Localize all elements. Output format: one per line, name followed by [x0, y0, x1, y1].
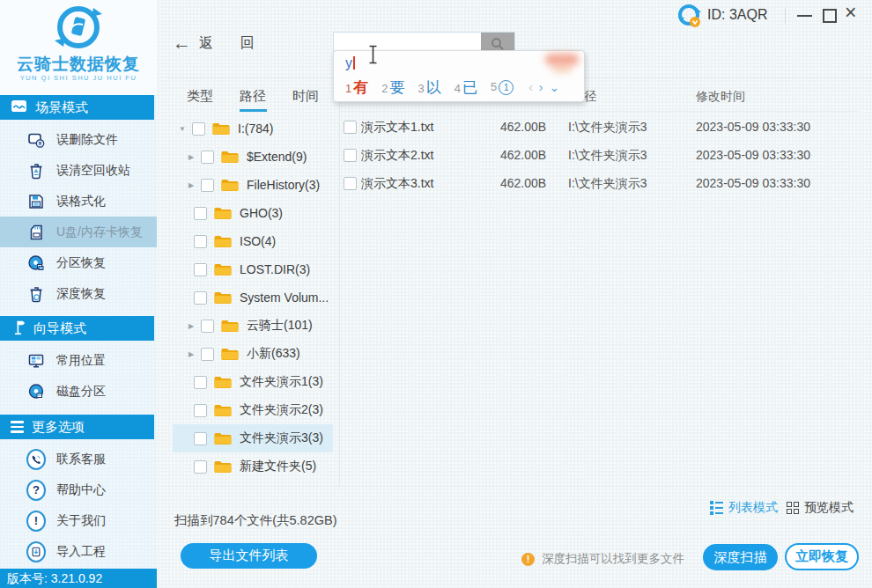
ime-prev-icon[interactable]: ‹: [528, 80, 533, 94]
tree-checkbox[interactable]: [194, 376, 207, 389]
folder-icon: [212, 122, 230, 136]
table-row[interactable]: 演示文本2.txt 462.00B I:\文件夹演示3 2023-05-09 0…: [339, 141, 859, 169]
deep-scan-button[interactable]: 深度扫描: [703, 544, 778, 570]
tree-item[interactable]: ▼ I:(784): [173, 114, 333, 143]
tree-item[interactable]: ▶ 小新(633): [173, 340, 333, 368]
app-title: 云骑士数据恢复: [0, 53, 157, 76]
chevron-right-icon[interactable]: ▶: [187, 350, 196, 358]
ime-next-icon[interactable]: ›: [539, 80, 543, 94]
search-icon: [491, 37, 505, 51]
export-file-list-button[interactable]: 导出文件列表: [181, 543, 317, 569]
folder-icon: [221, 151, 239, 164]
tree-checkbox[interactable]: [194, 207, 207, 220]
table-row[interactable]: 演示文本3.txt 462.00B I:\文件夹演示3 2023-05-09 0…: [339, 169, 859, 197]
tree-checkbox[interactable]: [194, 460, 207, 474]
warning-icon: !: [521, 553, 535, 566]
table-row[interactable]: 演示文本1.txt 462.00B I:\文件夹演示3 2023-05-09 0…: [339, 113, 859, 141]
tree-item-label: System Volum...: [240, 290, 329, 305]
sidebar-item-partition-recovery[interactable]: 分区恢复: [0, 247, 157, 278]
section-more-options: 更多选项: [0, 415, 154, 439]
tree-item[interactable]: 文件夹演示2(3): [173, 396, 333, 424]
chevron-right-icon[interactable]: ▶: [187, 181, 196, 189]
file-path: I:\文件夹演示3: [568, 120, 647, 136]
ime-candidate[interactable]: 51: [491, 80, 514, 95]
deep-recovery-icon: [26, 284, 46, 304]
chevron-right-icon[interactable]: ▶: [187, 322, 196, 330]
row-checkbox[interactable]: [344, 121, 357, 134]
tree-checkbox[interactable]: [192, 122, 205, 136]
chevron-right-icon[interactable]: ▶: [187, 153, 196, 161]
row-checkbox[interactable]: [344, 177, 357, 190]
tree-item[interactable]: ▶ $Extend(9): [173, 143, 333, 171]
tree-item-label: 文件夹演示1(3): [240, 374, 323, 390]
ime-candidate[interactable]: 1有: [345, 77, 368, 98]
back-button[interactable]: ← 返 回: [173, 33, 265, 54]
floppy-disk-icon: [26, 192, 46, 211]
folder-icon: [214, 235, 232, 248]
sidebar-item-emptied-recycle-bin[interactable]: 误清空回收站: [0, 155, 157, 186]
tree-item[interactable]: LOST.DIR(3): [173, 255, 333, 283]
tree-item[interactable]: System Volum...: [173, 283, 333, 312]
ime-expand-icon[interactable]: ⌄: [550, 80, 560, 94]
column-header-mtime[interactable]: 修改时间: [696, 89, 745, 105]
text-caret: [353, 56, 355, 70]
sidebar-item-help-center[interactable]: ? 帮助中心: [0, 474, 157, 505]
sidebar-item-import-project[interactable]: 导入工程: [0, 536, 157, 567]
tree-checkbox[interactable]: [201, 348, 214, 361]
tree-item[interactable]: ▶ 云骑士(101): [173, 312, 333, 340]
folder-icon: [221, 348, 239, 361]
recycle-bin-icon: [26, 161, 46, 180]
tree-checkbox[interactable]: [201, 151, 214, 164]
tab-time[interactable]: 时间: [292, 88, 319, 105]
chevron-down-icon[interactable]: ▼: [178, 125, 187, 133]
tree-item-selected[interactable]: 文件夹演示3(3): [173, 424, 333, 452]
app-logo: 云骑士数据恢复 YUN QI SHI SHU JU HUI FU: [0, 0, 157, 95]
file-path: I:\文件夹演示3: [568, 176, 647, 192]
preview-mode-toggle[interactable]: 预览模式: [787, 500, 854, 516]
sidebar-item-deleted-files[interactable]: 误删除文件: [0, 124, 157, 155]
sidebar-item-label: 联系客服: [56, 452, 106, 467]
tree-checkbox[interactable]: [194, 291, 207, 305]
scene-mode-icon: [11, 99, 27, 115]
recover-now-button[interactable]: 立即恢复: [785, 543, 859, 570]
folder-icon: [214, 460, 232, 474]
tree-checkbox[interactable]: [194, 404, 207, 417]
phone-support-icon: [26, 450, 46, 469]
tree-item-label: ISO(4): [240, 234, 276, 248]
sidebar-item-formatted[interactable]: 误格式化: [0, 186, 157, 217]
sidebar-item-common-locations[interactable]: 常用位置: [0, 345, 157, 376]
sidebar-item-about-us[interactable]: ! 关于我们: [0, 505, 157, 536]
ime-candidate[interactable]: 2要: [381, 77, 404, 98]
maximize-icon[interactable]: [823, 9, 837, 23]
back-arrow-icon: ←: [173, 33, 191, 54]
back-label: 返 回: [199, 34, 265, 53]
row-checkbox[interactable]: [344, 149, 357, 162]
tree-checkbox[interactable]: [194, 235, 207, 248]
deleted-file-icon: [26, 130, 46, 150]
more-options-icon: [11, 421, 24, 433]
tab-path[interactable]: 路径: [240, 88, 266, 105]
tree-item[interactable]: GHO(3): [173, 199, 333, 227]
tree-item[interactable]: ISO(4): [173, 227, 333, 255]
ime-candidate[interactable]: 4已: [454, 77, 477, 98]
sidebar-item-deep-recovery[interactable]: 深度恢复: [0, 278, 157, 309]
ime-candidate-list: 1有 2要 3以 4已 51 ‹ › ⌄: [345, 77, 559, 98]
tree-checkbox[interactable]: [194, 263, 207, 276]
tree-item[interactable]: 新建文件夹(5): [173, 452, 333, 481]
tab-type[interactable]: 类型: [187, 88, 213, 105]
file-size: 462.00B: [500, 176, 546, 190]
sidebar-item-usb-sd-recovery[interactable]: U盘/内存卡恢复: [0, 217, 157, 247]
tree-item[interactable]: ▶ FileHistory(3): [173, 171, 333, 199]
tree-checkbox[interactable]: [201, 320, 214, 333]
ime-candidate[interactable]: 3以: [418, 77, 440, 98]
tree-checkbox[interactable]: [194, 432, 207, 445]
titlebar-divider: [785, 8, 786, 24]
close-icon[interactable]: ×: [845, 3, 856, 23]
list-mode-toggle[interactable]: 列表模式: [710, 500, 778, 516]
tree-item[interactable]: 文件夹演示1(3): [173, 368, 333, 396]
sidebar-item-disk-partitions[interactable]: 磁盘分区: [0, 376, 157, 407]
minimize-icon[interactable]: [797, 15, 812, 17]
sidebar-item-contact-support[interactable]: 联系客服: [0, 444, 157, 474]
tree-checkbox[interactable]: [201, 179, 214, 192]
sidebar: 云骑士数据恢复 YUN QI SHI SHU JU HUI FU 场景模式 误删…: [0, 0, 157, 588]
